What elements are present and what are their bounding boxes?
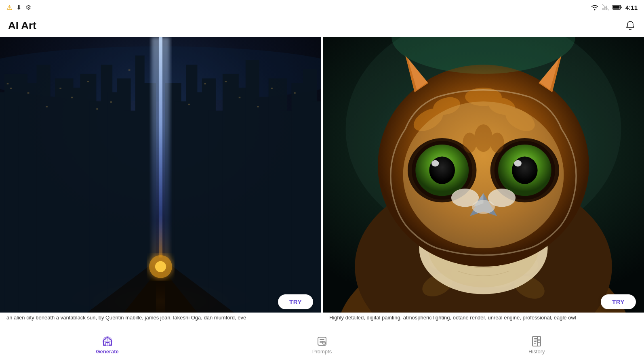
battery-icon [612, 4, 622, 10]
svg-rect-40 [312, 101, 321, 313]
svg-rect-61 [159, 37, 162, 258]
svg-rect-56 [271, 88, 273, 89]
owl-image-card[interactable]: TRY Highly detailed, digital painting, a… [323, 37, 644, 329]
svg-rect-116 [538, 340, 540, 341]
svg-rect-1 [604, 7, 605, 10]
status-bar-left: ⚠ ⬇ ⚙ [6, 4, 31, 11]
bottom-nav: Generate Prompts [0, 329, 644, 361]
svg-rect-109 [534, 338, 537, 339]
svg-rect-53 [225, 81, 227, 82]
svg-rect-44 [46, 106, 48, 107]
app-header: AI Art [0, 15, 644, 37]
svg-rect-112 [534, 343, 536, 344]
svg-rect-110 [534, 340, 537, 340]
svg-rect-42 [10, 88, 12, 89]
owl-svg [323, 37, 644, 313]
prompts-icon [316, 336, 328, 347]
svg-rect-43 [27, 92, 29, 93]
svg-rect-49 [110, 101, 112, 103]
warning-icon: ⚠ [6, 4, 12, 11]
svg-point-96 [514, 160, 522, 167]
svg-rect-57 [294, 92, 296, 93]
city-svg [0, 37, 321, 313]
owl-try-button[interactable]: TRY [601, 294, 636, 309]
svg-point-90 [429, 157, 455, 184]
svg-rect-54 [239, 97, 241, 98]
svg-rect-41 [7, 83, 9, 84]
image-grid: TRY an alien city beneath a vantablack s… [0, 37, 644, 329]
owl-image-canvas [323, 37, 644, 313]
svg-point-104 [490, 132, 504, 153]
nav-item-history[interactable]: History [429, 336, 644, 355]
svg-point-63 [155, 261, 166, 272]
svg-rect-46 [71, 97, 73, 98]
signal-icon [602, 4, 609, 10]
history-icon [531, 336, 542, 347]
time-display: 4:11 [625, 4, 638, 11]
svg-rect-117 [538, 342, 540, 343]
svg-rect-47 [87, 81, 89, 82]
main-content: TRY an alien city beneath a vantablack s… [0, 37, 644, 329]
svg-point-102 [474, 124, 492, 152]
city-image-card[interactable]: TRY an alien city beneath a vantablack s… [0, 37, 323, 329]
bell-icon[interactable] [625, 20, 636, 31]
svg-point-103 [463, 132, 476, 153]
status-bar: ⚠ ⬇ ⚙ 4:11 [0, 0, 644, 15]
svg-rect-51 [188, 104, 190, 105]
download-icon: ⬇ [16, 4, 21, 11]
svg-rect-111 [534, 341, 537, 342]
settings-icon: ⚙ [25, 4, 31, 11]
city-try-button[interactable]: TRY [278, 294, 313, 309]
svg-rect-45 [59, 88, 61, 89]
history-label: History [528, 348, 545, 355]
svg-rect-115 [538, 339, 540, 340]
generate-label: Generate [96, 348, 118, 355]
svg-point-101 [472, 200, 495, 214]
generate-icon [102, 336, 113, 347]
status-bar-right: 4:11 [591, 4, 638, 11]
svg-rect-48 [96, 108, 98, 109]
nav-item-prompts[interactable]: Prompts [215, 336, 429, 355]
city-image-canvas [0, 37, 321, 313]
svg-point-95 [512, 157, 538, 184]
svg-rect-55 [257, 106, 259, 107]
city-image-caption: an alien city beneath a vantablack sun, … [0, 313, 321, 329]
prompts-label: Prompts [312, 348, 332, 355]
app-title: AI Art [8, 19, 36, 32]
svg-point-91 [431, 160, 439, 167]
owl-image-caption: Highly detailed, digital painting, atmos… [323, 313, 644, 329]
svg-rect-50 [128, 69, 130, 71]
wifi-icon [591, 4, 599, 10]
svg-rect-0 [602, 8, 604, 10]
nav-item-generate[interactable]: Generate [0, 336, 215, 355]
svg-rect-5 [613, 6, 619, 9]
svg-rect-52 [204, 83, 206, 84]
